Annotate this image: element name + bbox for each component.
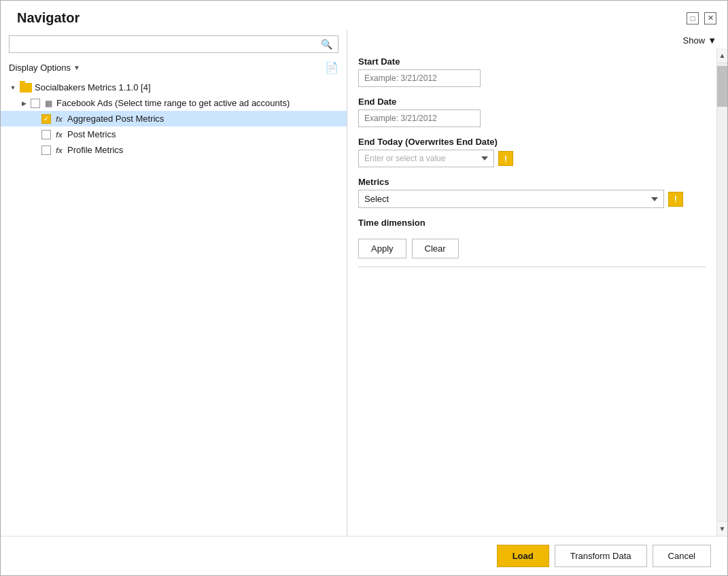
metrics-group: Metrics Select ! [358, 177, 706, 208]
tree-checkbox-pm[interactable] [41, 130, 51, 139]
tree-label-facebook: Facebook Ads (Select time range to get a… [56, 98, 290, 108]
tree-expander-root: ▼ [9, 84, 17, 91]
scroll-track [717, 63, 727, 521]
time-dimension-group: Time dimension [358, 218, 706, 228]
form-area: Start Date End Date End Today (Overwrite… [347, 48, 716, 536]
search-bar: 🔍 [9, 35, 339, 53]
start-date-group: Start Date [358, 56, 706, 87]
tree-checkbox-facebook[interactable] [31, 99, 40, 108]
table-icon-facebook: ▦ [43, 99, 54, 108]
display-options-button[interactable]: Display Options ▼ [9, 63, 80, 73]
end-date-input[interactable] [358, 109, 481, 127]
right-top-bar: Show ▼ [347, 30, 727, 48]
display-options-label: Display Options [9, 63, 71, 73]
metrics-select[interactable]: Select [358, 190, 664, 208]
chevron-down-icon: ▼ [73, 64, 80, 71]
tree-item-root[interactable]: ▼ Socialbakers Metrics 1.1.0 [4] [1, 80, 347, 95]
fx-icon-profile: fx [54, 146, 65, 154]
button-row: Apply Clear [358, 239, 706, 258]
end-date-group: End Date [358, 97, 706, 127]
cancel-button[interactable]: Cancel [653, 545, 711, 567]
page-icon: 📄 [325, 61, 339, 74]
main-content: 🔍 Display Options ▼ 📄 ▼ Socialbakers Met… [1, 30, 727, 536]
scroll-thumb[interactable] [717, 66, 727, 107]
fx-icon-apm: fx [54, 115, 65, 123]
minimize-button[interactable]: □ [687, 12, 699, 24]
end-today-group: End Today (Overwrites End Date) Enter or… [358, 137, 706, 167]
bottom-bar: Load Transform Data Cancel [1, 536, 727, 575]
transform-data-button[interactable]: Transform Data [555, 545, 647, 567]
separator [358, 267, 706, 267]
start-date-input[interactable] [358, 69, 481, 87]
close-button[interactable]: ✕ [704, 12, 716, 24]
tree-label-pm: Post Metrics [67, 129, 116, 139]
title-bar: Navigator □ ✕ [1, 1, 727, 30]
folder-icon [20, 83, 32, 92]
tree-item-post-metrics[interactable]: fx Post Metrics [1, 126, 347, 142]
show-chevron-icon: ▼ [708, 35, 716, 46]
tree-item-profile-metrics[interactable]: fx Profile Metrics [1, 142, 347, 158]
window-controls: □ ✕ [687, 12, 716, 24]
end-today-select[interactable]: Enter or select a value [358, 150, 494, 167]
right-content: Start Date End Date End Today (Overwrite… [347, 48, 727, 536]
end-date-label: End Date [358, 97, 706, 107]
tree: ▼ Socialbakers Metrics 1.1.0 [4] ▶ ▦ Fac… [1, 80, 347, 530]
end-today-row: Enter or select a value ! [358, 150, 706, 167]
tree-checkbox-apm[interactable]: ✓ [41, 114, 51, 124]
scroll-down-button[interactable]: ▼ [717, 521, 727, 536]
tree-label-apm: Aggregated Post Metrics [67, 114, 164, 124]
tree-expander-facebook: ▶ [20, 100, 28, 107]
end-today-warning-icon[interactable]: ! [498, 151, 513, 166]
show-button[interactable]: Show ▼ [683, 35, 716, 46]
start-date-label: Start Date [358, 56, 706, 67]
tree-checkbox-profile[interactable] [41, 146, 51, 155]
search-icon: 🔍 [321, 39, 332, 50]
scroll-up-button[interactable]: ▲ [717, 48, 727, 63]
tree-item-facebook-ads[interactable]: ▶ ▦ Facebook Ads (Select time range to g… [1, 95, 347, 111]
navigator-window: Navigator □ ✕ 🔍 Display Options ▼ 📄 [0, 0, 728, 576]
end-today-label: End Today (Overwrites End Date) [358, 137, 706, 147]
metrics-label: Metrics [358, 177, 706, 187]
metrics-warning-icon[interactable]: ! [668, 192, 683, 207]
scrollbar: ▲ ▼ [716, 48, 727, 536]
metrics-row: Select ! [358, 190, 706, 208]
tree-label-profile: Profile Metrics [67, 145, 123, 155]
tree-item-aggregated-post-metrics[interactable]: ✓ fx Aggregated Post Metrics [1, 111, 347, 126]
window-title: Navigator [17, 10, 80, 26]
left-panel: 🔍 Display Options ▼ 📄 ▼ Socialbakers Met… [1, 30, 347, 536]
fx-icon-pm: fx [54, 131, 65, 139]
search-input[interactable] [15, 39, 321, 50]
apply-button[interactable]: Apply [358, 239, 406, 258]
tree-label-root: Socialbakers Metrics 1.1.0 [4] [35, 82, 151, 92]
show-label: Show [683, 35, 706, 46]
right-panel: Show ▼ Start Date End Date [347, 30, 727, 536]
load-button[interactable]: Load [497, 545, 549, 567]
time-dimension-label: Time dimension [358, 218, 706, 228]
clear-button[interactable]: Clear [412, 239, 459, 258]
display-options-row: Display Options ▼ 📄 [1, 58, 347, 80]
